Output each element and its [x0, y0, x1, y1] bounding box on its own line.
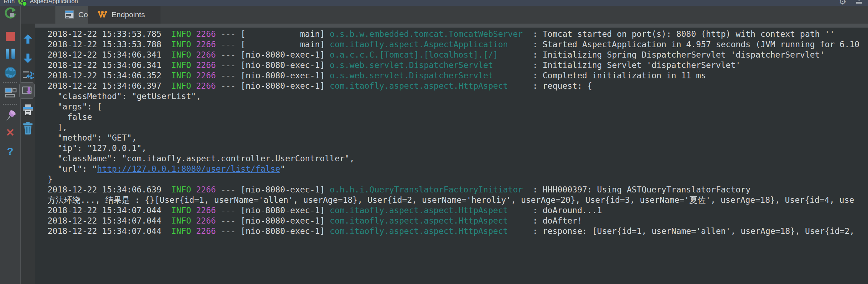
rerun-icon	[4, 7, 16, 19]
print-button[interactable]	[21, 104, 35, 117]
soft-wrap-button[interactable]	[21, 69, 35, 81]
log-line: "url": "http://127.0.0.1:8080/user/list/…	[48, 164, 868, 174]
print-icon	[21, 104, 34, 117]
horizontal-scrollbar[interactable]	[35, 24, 868, 28]
close-icon: ✕	[6, 127, 15, 138]
toolbar-separator	[3, 82, 17, 83]
tool-window-label: Run	[4, 0, 15, 5]
trash-icon	[22, 122, 34, 134]
log-line: "ip": "127.0.0.1",	[48, 143, 868, 153]
help-icon: ?	[7, 146, 13, 157]
pin-icon	[4, 109, 17, 123]
tab-endpoints-label: Endpoints	[112, 10, 145, 19]
spring-boot-run-icon: ⏻	[18, 0, 26, 5]
arrow-down-icon	[22, 53, 34, 64]
scroll-to-end-icon	[21, 84, 34, 97]
log-line: 2018-12-22 15:34:07.044 INFO 2266 --- [n…	[48, 216, 868, 226]
pause-output-button[interactable]	[0, 49, 20, 59]
running-indicator-dot	[22, 1, 27, 6]
log-line: 2018-12-22 15:34:06.639 INFO 2266 --- [n…	[48, 185, 868, 195]
gear-icon[interactable]: ⚙▾	[839, 0, 846, 6]
log-line: 2018-12-22 15:33:53.788 INFO 2266 --- [ …	[48, 39, 868, 50]
toolbar-separator	[3, 104, 17, 105]
run-tool-window-titlebar: Run ⏻ AspectApplication ⚙▾	[0, 0, 868, 6]
down-stack-trace-button[interactable]	[21, 53, 35, 64]
log-line: }	[48, 174, 868, 185]
help-button[interactable]: ?	[0, 146, 20, 157]
restore-layout-button[interactable]	[0, 87, 20, 99]
log-url-link[interactable]: http://127.0.0.1:8080/user/list/false	[97, 164, 280, 173]
arrow-up-icon	[22, 34, 34, 44]
log-line: 2018-12-22 15:34:06.352 INFO 2266 --- [n…	[48, 70, 868, 81]
clear-all-button[interactable]	[21, 122, 35, 134]
log-line: "method": "GET",	[48, 133, 868, 143]
log-line: 2018-12-22 15:33:53.785 INFO 2266 --- [ …	[48, 29, 868, 39]
log-line: 2018-12-22 15:34:07.044 INFO 2266 --- [n…	[48, 226, 868, 236]
log-line: 2018-12-22 15:34:07.044 INFO 2266 --- [n…	[48, 205, 868, 216]
run-toolbar: ✕ ?	[0, 6, 21, 284]
log-line: ],	[48, 122, 868, 133]
pin-tab-button[interactable]	[0, 109, 20, 123]
console-panel: 2018-12-22 15:33:53.785 INFO 2266 --- [ …	[35, 24, 868, 284]
open-in-browser-button[interactable]	[0, 66, 20, 79]
log-line: 2018-12-22 15:34:06.341 INFO 2266 --- [n…	[48, 60, 868, 70]
soft-wrap-icon	[22, 69, 34, 81]
stop-icon	[6, 32, 15, 41]
log-line: 方法环绕..., 结果是 : {}[User{id=1, userName='a…	[48, 195, 868, 205]
log-line: false	[48, 112, 868, 122]
log-line: "className": "com.itaofly.aspect.control…	[48, 153, 868, 164]
run-configuration-name: AspectApplication	[30, 0, 78, 5]
stop-button[interactable]	[0, 32, 20, 41]
console-output: 2018-12-22 15:33:53.785 INFO 2266 --- [ …	[35, 28, 868, 284]
scroll-to-end-button[interactable]	[21, 82, 35, 99]
tab-endpoints[interactable]: Endpoints	[88, 6, 161, 24]
log-line: "args": [	[48, 102, 868, 112]
tool-window-tabbar: Console Endpoints	[20, 6, 868, 24]
log-line: 2018-12-22 15:34:06.341 INFO 2266 --- [n…	[48, 50, 868, 60]
close-button[interactable]: ✕	[0, 127, 20, 138]
globe-icon	[4, 66, 17, 79]
console-icon	[65, 10, 74, 19]
hide-window-icon[interactable]	[855, 0, 863, 5]
pause-icon	[6, 49, 15, 59]
up-stack-trace-button[interactable]	[21, 34, 35, 44]
endpoints-icon	[98, 10, 107, 19]
console-toolbar	[21, 24, 35, 284]
log-line: 2018-12-22 15:34:06.397 INFO 2266 --- [n…	[48, 81, 868, 91]
scroll-to-end-toggle-active	[19, 82, 35, 99]
log-line: "classMethod": "getUserList",	[48, 91, 868, 102]
rerun-button[interactable]	[0, 7, 20, 19]
layout-icon	[4, 87, 17, 99]
